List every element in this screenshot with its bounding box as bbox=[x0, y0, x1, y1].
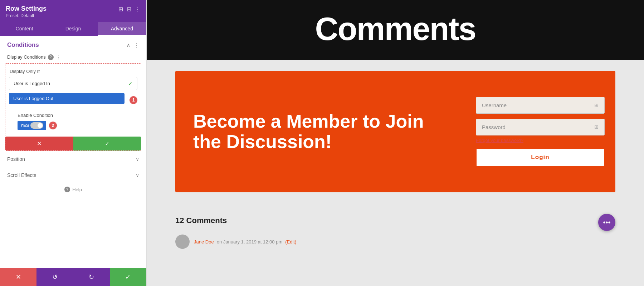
membership-right: Username ⊞ Password ⊞ Forgot your passwo… bbox=[465, 71, 615, 192]
membership-left: Become a Member to Join the Discussion! bbox=[175, 71, 465, 192]
username-placeholder: Username bbox=[482, 102, 507, 108]
panel-header-icons: ⊞ ⊟ ⋮ bbox=[118, 6, 141, 13]
condition-confirm-button[interactable]: ✓ bbox=[73, 137, 141, 151]
enable-condition-label: Enable Condition bbox=[18, 113, 129, 118]
condition-inline-actions: ✕ ✓ bbox=[5, 137, 141, 151]
toggle-row: YES 2 bbox=[18, 121, 129, 130]
conditions-dashed-box: Display Only If User is Logged In ✓ User… bbox=[5, 63, 141, 151]
panel-header-left: Row Settings Preset: Default bbox=[6, 5, 47, 18]
conditions-kebab-icon[interactable]: ⋮ bbox=[133, 42, 139, 49]
comments-section: 12 Comments ••• Jane Doe on January 1, 2… bbox=[147, 214, 644, 252]
username-icon: ⊞ bbox=[594, 102, 599, 108]
tab-advanced[interactable]: Advanced bbox=[98, 22, 146, 36]
password-icon: ⊞ bbox=[594, 124, 599, 130]
avatar bbox=[175, 235, 190, 249]
help-row: ? Help bbox=[0, 183, 146, 196]
comments-count-row: 12 Comments ••• bbox=[175, 214, 615, 231]
comment-meta: Jane Doe on January 1, 2019 at 12:00 pm … bbox=[194, 239, 296, 245]
panel-preset: Preset: Default bbox=[6, 13, 47, 18]
badge-2: 2 bbox=[49, 122, 57, 129]
footer-cancel-button[interactable]: ✕ bbox=[0, 268, 36, 286]
help-label[interactable]: Help bbox=[72, 187, 82, 192]
scroll-effects-section[interactable]: Scroll Effects ∨ bbox=[0, 167, 146, 183]
condition-cancel-button[interactable]: ✕ bbox=[5, 137, 73, 151]
badge-1: 1 bbox=[130, 96, 137, 104]
conditions-title: Conditions bbox=[7, 41, 39, 49]
membership-headline: Become a Member to Join the Discussion! bbox=[193, 111, 447, 152]
edit-link[interactable]: (Edit) bbox=[285, 239, 296, 245]
condition-logged-in[interactable]: User is Logged In ✓ bbox=[9, 77, 137, 90]
condition-logged-in-label: User is Logged In bbox=[14, 81, 50, 86]
display-conditions-row: Display Conditions ? ⋮ bbox=[0, 52, 146, 63]
comments-count: 12 Comments bbox=[175, 216, 227, 225]
comments-heading: Comments bbox=[154, 11, 637, 48]
footer-undo-button[interactable]: ↺ bbox=[36, 268, 73, 286]
enable-condition-section: Enable Condition YES 2 bbox=[14, 110, 132, 133]
toggle-yes-button[interactable]: YES bbox=[18, 121, 46, 130]
layout-icon[interactable]: ⊟ bbox=[127, 6, 131, 13]
tab-content[interactable]: Content bbox=[0, 22, 49, 36]
condition-logged-in-check: ✓ bbox=[128, 80, 133, 87]
membership-card: Become a Member to Join the Discussion! … bbox=[175, 71, 615, 192]
footer-redo-button[interactable]: ↻ bbox=[73, 268, 110, 286]
expand-icon[interactable]: ⊞ bbox=[118, 6, 123, 13]
comment-author[interactable]: Jane Doe bbox=[194, 239, 214, 245]
kebab-menu-icon[interactable]: ⋮ bbox=[135, 6, 141, 13]
display-conditions-options-icon[interactable]: ⋮ bbox=[56, 54, 62, 60]
comment-date: on January 1, 2019 at 12:00 pm bbox=[217, 239, 283, 245]
position-title: Position bbox=[7, 156, 25, 162]
username-input[interactable]: Username ⊞ bbox=[476, 97, 605, 114]
tabs-bar: Content Design Advanced bbox=[0, 22, 146, 36]
display-conditions-help-icon[interactable]: ? bbox=[48, 54, 54, 60]
help-circle-icon[interactable]: ? bbox=[64, 187, 70, 192]
floating-action-button[interactable]: ••• bbox=[598, 214, 615, 231]
display-only-if-label: Display Only If bbox=[9, 67, 137, 77]
content-area: Become a Member to Join the Discussion! … bbox=[147, 60, 644, 214]
condition-logged-out[interactable]: User is Logged Out bbox=[9, 93, 125, 104]
collapse-conditions-icon[interactable]: ∧ bbox=[126, 42, 131, 49]
password-input[interactable]: Password ⊞ bbox=[476, 119, 605, 135]
position-chevron-icon: ∨ bbox=[136, 156, 139, 162]
conditions-section-header: Conditions ∧ ⋮ bbox=[0, 36, 146, 52]
forgot-password-link[interactable]: Forgot your password? bbox=[476, 138, 605, 143]
scroll-effects-chevron-icon: ∨ bbox=[136, 172, 139, 178]
panel-footer: ✕ ↺ ↻ ✓ bbox=[0, 268, 146, 286]
conditions-header-actions: ∧ ⋮ bbox=[126, 42, 139, 49]
left-panel: Row Settings Preset: Default ⊞ ⊟ ⋮ Conte… bbox=[0, 0, 147, 286]
comment-row: Jane Doe on January 1, 2019 at 12:00 pm … bbox=[175, 235, 615, 249]
tab-design[interactable]: Design bbox=[49, 22, 97, 36]
footer-confirm-button[interactable]: ✓ bbox=[110, 268, 146, 286]
panel-title: Row Settings bbox=[6, 5, 47, 13]
login-button[interactable]: Login bbox=[476, 148, 605, 167]
position-section[interactable]: Position ∨ bbox=[0, 151, 146, 167]
comments-header: Comments bbox=[147, 0, 644, 60]
main-area: Comments Become a Member to Join the Dis… bbox=[147, 0, 644, 286]
condition-logged-out-row: User is Logged Out 1 bbox=[9, 93, 137, 107]
scroll-effects-title: Scroll Effects bbox=[7, 172, 36, 178]
toggle-pill[interactable] bbox=[30, 122, 43, 129]
display-conditions-label: Display Conditions bbox=[7, 54, 46, 60]
password-placeholder: Password bbox=[482, 124, 506, 130]
panel-body: Conditions ∧ ⋮ Display Conditions ? ⋮ Di… bbox=[0, 36, 146, 268]
condition-logged-out-label: User is Logged Out bbox=[13, 96, 53, 101]
panel-header: Row Settings Preset: Default ⊞ ⊟ ⋮ bbox=[0, 0, 146, 22]
